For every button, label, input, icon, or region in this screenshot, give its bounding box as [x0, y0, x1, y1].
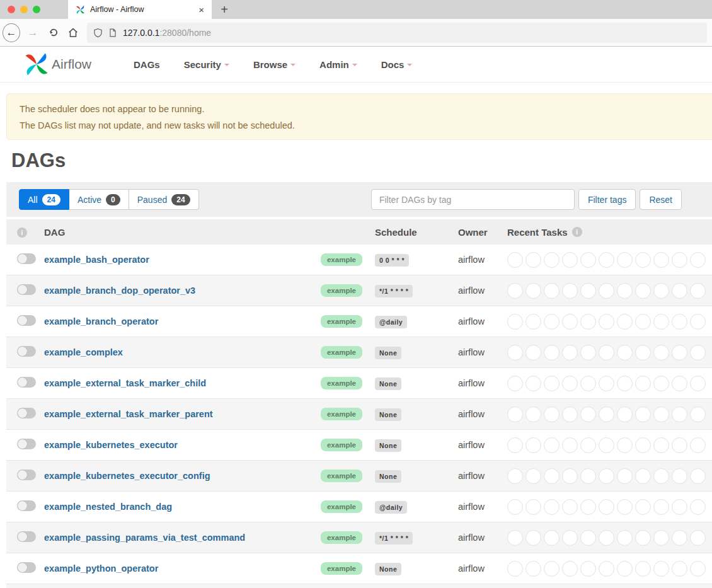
task-status-circle[interactable] [672, 499, 687, 515]
task-status-circle[interactable] [635, 283, 651, 299]
task-status-circle[interactable] [672, 314, 687, 330]
url-field[interactable]: 127.0.0.1:28080/home [87, 23, 707, 43]
task-status-circle[interactable] [544, 468, 560, 484]
task-status-circle[interactable] [507, 283, 523, 299]
macos-traffic-lights[interactable] [0, 0, 49, 19]
dag-tag-badge[interactable]: example [321, 531, 362, 544]
task-status-circle[interactable] [653, 468, 669, 484]
task-status-circle[interactable] [544, 530, 560, 546]
task-status-circle[interactable] [525, 499, 541, 515]
dag-link[interactable]: example_branch_operator [44, 316, 158, 326]
task-status-circle[interactable] [562, 345, 578, 360]
dag-tag-badge[interactable]: example [321, 377, 362, 389]
task-status-circle[interactable] [617, 437, 633, 453]
task-status-circle[interactable] [507, 314, 523, 330]
dag-link[interactable]: example_complex [44, 347, 123, 357]
task-status-circle[interactable] [690, 561, 706, 577]
task-status-circle[interactable] [690, 499, 706, 515]
task-status-circle[interactable] [562, 499, 578, 515]
task-status-circle[interactable] [507, 437, 523, 453]
dag-pause-toggle[interactable] [17, 377, 36, 388]
task-status-circle[interactable] [599, 283, 614, 299]
dag-tag-badge[interactable]: example [321, 470, 362, 482]
task-status-circle[interactable] [525, 561, 541, 577]
task-status-circle[interactable] [544, 252, 560, 268]
task-status-circle[interactable] [635, 252, 651, 268]
dag-link[interactable]: example_passing_params_via_test_command [44, 533, 245, 543]
task-status-circle[interactable] [617, 499, 633, 515]
dag-tag-badge[interactable]: example [321, 315, 362, 328]
browser-tab[interactable]: Airflow - Airflow × [68, 0, 212, 19]
task-status-circle[interactable] [672, 468, 687, 484]
page-info-icon[interactable] [108, 28, 117, 38]
filter-tab-active[interactable]: Active 0 [69, 189, 129, 210]
task-status-circle[interactable] [562, 376, 578, 391]
task-status-circle[interactable] [562, 314, 578, 330]
close-window-button[interactable] [8, 6, 15, 13]
schedule-badge[interactable]: None [375, 563, 401, 575]
task-status-circle[interactable] [617, 283, 633, 299]
dag-pause-toggle[interactable] [17, 562, 36, 573]
task-status-circle[interactable] [599, 376, 614, 391]
task-status-circle[interactable] [653, 406, 669, 422]
dag-pause-toggle[interactable] [17, 531, 36, 542]
header-owner[interactable]: Owner [458, 227, 507, 238]
task-status-circle[interactable] [599, 561, 614, 577]
nav-item-admin[interactable]: Admin [307, 59, 369, 70]
task-status-circle[interactable] [653, 314, 669, 330]
schedule-badge[interactable]: @daily [375, 501, 407, 514]
info-icon[interactable]: i [572, 227, 582, 237]
task-status-circle[interactable] [580, 499, 596, 515]
task-status-circle[interactable] [635, 345, 651, 360]
reload-button[interactable] [43, 23, 63, 43]
task-status-circle[interactable] [599, 530, 614, 546]
dag-link[interactable]: example_kubernetes_executor [44, 440, 178, 450]
task-status-circle[interactable] [580, 406, 596, 422]
task-status-circle[interactable] [599, 345, 614, 360]
task-status-circle[interactable] [653, 283, 669, 299]
dag-pause-toggle[interactable] [17, 470, 36, 480]
task-status-circle[interactable] [544, 499, 560, 515]
filter-tab-paused[interactable]: Paused 24 [129, 189, 199, 210]
dag-tag-badge[interactable]: example [321, 562, 362, 575]
task-status-circle[interactable] [544, 437, 560, 453]
schedule-badge[interactable]: None [375, 439, 401, 452]
dag-pause-toggle[interactable] [17, 315, 36, 326]
task-status-circle[interactable] [690, 376, 706, 391]
schedule-badge[interactable]: */1 * * * * [375, 532, 413, 545]
dag-tag-badge[interactable]: example [321, 500, 362, 513]
task-status-circle[interactable] [507, 252, 523, 268]
task-status-circle[interactable] [507, 499, 523, 515]
dag-link[interactable]: example_external_task_marker_child [44, 378, 206, 388]
info-icon[interactable]: i [17, 228, 27, 238]
task-status-circle[interactable] [653, 437, 669, 453]
task-status-circle[interactable] [653, 561, 669, 577]
task-status-circle[interactable] [544, 406, 560, 422]
task-status-circle[interactable] [525, 437, 541, 453]
task-status-circle[interactable] [653, 499, 669, 515]
task-status-circle[interactable] [690, 345, 706, 360]
task-status-circle[interactable] [562, 561, 578, 577]
task-status-circle[interactable] [562, 468, 578, 484]
task-status-circle[interactable] [617, 468, 633, 484]
dag-tag-badge[interactable]: example [321, 253, 362, 266]
task-status-circle[interactable] [525, 530, 541, 546]
task-status-circle[interactable] [617, 314, 633, 330]
task-status-circle[interactable] [617, 406, 633, 422]
dag-pause-toggle[interactable] [17, 439, 36, 449]
task-status-circle[interactable] [635, 406, 651, 422]
dag-link[interactable]: example_external_task_marker_parent [44, 409, 213, 419]
task-status-circle[interactable] [672, 437, 687, 453]
home-button[interactable] [63, 23, 83, 43]
filter-tab-all[interactable]: All 24 [19, 189, 69, 210]
task-status-circle[interactable] [507, 345, 523, 360]
task-status-circle[interactable] [617, 561, 633, 577]
task-status-circle[interactable] [544, 283, 560, 299]
dag-pause-toggle[interactable] [17, 284, 36, 295]
task-status-circle[interactable] [635, 499, 651, 515]
schedule-badge[interactable]: @daily [375, 316, 407, 328]
task-status-circle[interactable] [599, 437, 614, 453]
task-status-circle[interactable] [690, 530, 706, 546]
tracking-shield-icon[interactable] [93, 28, 103, 38]
task-status-circle[interactable] [580, 530, 596, 546]
